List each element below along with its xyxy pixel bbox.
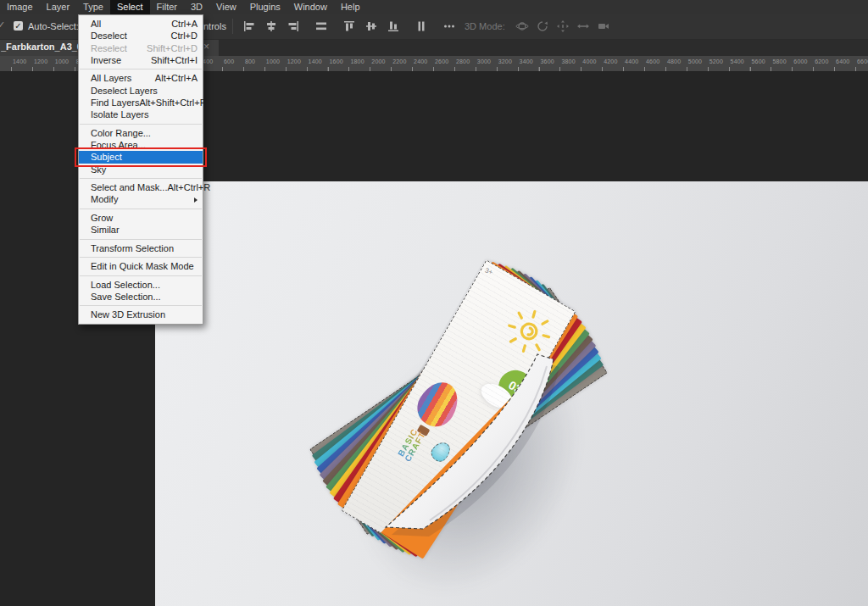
menu-item-edit-in-quick-mask-mode[interactable]: Edit in Quick Mask Mode bbox=[79, 260, 203, 272]
slide-3d-icon[interactable] bbox=[576, 19, 590, 33]
ruler-tick bbox=[834, 67, 835, 71]
menu-item-sky[interactable]: Sky bbox=[79, 164, 203, 175]
menu-item-label: Deselect Layers bbox=[91, 85, 158, 97]
menu-item-label: Grow bbox=[91, 212, 113, 224]
ruler-label: 1600 bbox=[330, 58, 343, 64]
menubar-item-type[interactable]: Type bbox=[76, 0, 110, 14]
ruler-tick bbox=[813, 67, 814, 71]
menu-separator bbox=[80, 69, 202, 69]
ruler-tick bbox=[433, 67, 434, 71]
ruler-tick bbox=[644, 67, 645, 71]
menu-item-label: Color Range... bbox=[91, 127, 151, 139]
menubar-item-select[interactable]: Select bbox=[110, 0, 150, 14]
ruler-label: 6400 bbox=[836, 58, 849, 64]
icon-group bbox=[314, 19, 328, 33]
align-middle-v-icon[interactable] bbox=[364, 19, 378, 33]
menu-item-modify[interactable]: Modify bbox=[79, 193, 203, 205]
menubar-item-view[interactable]: View bbox=[209, 0, 243, 14]
ruler-tick bbox=[792, 67, 793, 71]
ruler-label: 3800 bbox=[561, 58, 575, 64]
ruler-label: 4200 bbox=[604, 58, 617, 64]
ruler-label: 4400 bbox=[625, 58, 638, 64]
ruler-label: 6000 bbox=[793, 58, 807, 64]
menubar-item-layer[interactable]: Layer bbox=[40, 0, 77, 14]
menu-item-label: Inverse bbox=[91, 54, 121, 66]
ruler-label: 3600 bbox=[541, 58, 554, 64]
menu-item-label: Deselect bbox=[91, 30, 127, 42]
menu-item-label: Isolate Layers bbox=[91, 108, 148, 120]
separator bbox=[232, 19, 233, 34]
ruler-label: 5600 bbox=[752, 58, 765, 64]
align-center-h-icon[interactable] bbox=[264, 19, 278, 33]
menu-item-isolate-layers[interactable]: Isolate Layers bbox=[79, 108, 203, 120]
menu-item-inverse[interactable]: InverseShift+Ctrl+I bbox=[79, 54, 203, 66]
camera-3d-icon[interactable] bbox=[597, 19, 610, 33]
menu-item-all[interactable]: AllCtrl+A bbox=[79, 18, 203, 30]
menu-item-shortcut: Ctrl+D bbox=[171, 30, 198, 42]
align-spread-icon[interactable] bbox=[314, 19, 328, 33]
distribute-v-icon[interactable] bbox=[415, 19, 428, 33]
roll-3d-icon[interactable] bbox=[536, 19, 549, 33]
menu-separator bbox=[80, 239, 202, 240]
auto-select-label: Auto-Select: bbox=[28, 21, 79, 31]
menu-item-subject[interactable]: Subject bbox=[79, 151, 203, 163]
ruler-tick bbox=[328, 67, 329, 71]
ruler-label: 400 bbox=[203, 58, 213, 64]
pan-3d-icon[interactable] bbox=[556, 19, 570, 33]
ruler-tick bbox=[454, 67, 455, 71]
ruler-tick bbox=[370, 67, 370, 71]
menubar-item-help[interactable]: Help bbox=[334, 0, 367, 14]
menu-item-label: All bbox=[91, 18, 101, 30]
menubar-item-image[interactable]: Image bbox=[0, 0, 40, 14]
menu-item-focus-area[interactable]: Focus Area... bbox=[79, 139, 203, 151]
menu-item-label: Select and Mask... bbox=[91, 181, 168, 193]
menu-item-save-selection[interactable]: Save Selection... bbox=[79, 291, 203, 303]
ruler-label: 2600 bbox=[435, 58, 448, 64]
ruler-tick bbox=[222, 67, 223, 71]
menubar-item-filter[interactable]: Filter bbox=[150, 0, 184, 14]
menu-item-reselect[interactable]: ReselectShift+Ctrl+D bbox=[79, 42, 203, 54]
menubar-item-window[interactable]: Window bbox=[287, 0, 334, 14]
menu-item-shortcut: Alt+Ctrl+A bbox=[155, 72, 198, 84]
menu-item-label: Subject bbox=[91, 151, 122, 163]
canvas-photo[interactable]: 3+ 03 BASIC CRAFT bbox=[155, 181, 868, 606]
menu-item-label: All Layers bbox=[91, 72, 131, 84]
orbit-3d-icon[interactable] bbox=[515, 19, 529, 33]
menu-item-new-3d-extrusion[interactable]: New 3D Extrusion bbox=[79, 309, 203, 320]
align-bottom-icon[interactable] bbox=[387, 19, 400, 33]
ruler-tick bbox=[518, 67, 519, 71]
menu-item-select-and-mask[interactable]: Select and Mask...Alt+Ctrl+R bbox=[79, 181, 203, 193]
menu-item-label: New 3D Extrusion bbox=[91, 309, 165, 320]
auto-select-checkbox[interactable]: ✓ bbox=[14, 21, 23, 31]
show-transform-controls-label: ntrols bbox=[203, 21, 226, 31]
ruler-label: 1400 bbox=[309, 58, 322, 64]
menu-item-deselect-layers[interactable]: Deselect Layers bbox=[79, 85, 203, 97]
more-options-icon[interactable] bbox=[442, 19, 456, 33]
ruler-tick bbox=[264, 67, 265, 71]
submenu-arrow-icon bbox=[194, 197, 198, 203]
menu-item-all-layers[interactable]: All LayersAlt+Ctrl+A bbox=[79, 72, 203, 84]
ruler-tick bbox=[665, 67, 666, 71]
tab-close-icon[interactable]: × bbox=[203, 41, 209, 53]
menu-item-color-range[interactable]: Color Range... bbox=[79, 127, 203, 139]
menu-item-transform-selection[interactable]: Transform Selection bbox=[79, 242, 203, 254]
ruler-tick bbox=[750, 67, 751, 71]
menu-item-deselect[interactable]: DeselectCtrl+D bbox=[79, 30, 203, 42]
menubar-item-plugins[interactable]: Plugins bbox=[243, 0, 287, 14]
align-right-icon[interactable] bbox=[287, 19, 300, 33]
menubar-item-3d[interactable]: 3D bbox=[184, 0, 209, 14]
menu-item-similar[interactable]: Similar bbox=[79, 224, 203, 236]
ruler-label: 800 bbox=[245, 58, 255, 64]
menu-separator bbox=[80, 275, 202, 276]
align-left-icon[interactable] bbox=[242, 19, 256, 33]
menu-item-shortcut: Ctrl+A bbox=[171, 18, 198, 30]
menu-item-grow[interactable]: Grow bbox=[79, 212, 203, 224]
menu-item-load-selection[interactable]: Load Selection... bbox=[79, 279, 203, 291]
menu-separator bbox=[80, 124, 202, 125]
align-top-icon[interactable] bbox=[342, 19, 356, 33]
ruler-label: 3400 bbox=[520, 58, 533, 64]
menu-item-find-layers[interactable]: Find LayersAlt+Shift+Ctrl+F bbox=[79, 97, 203, 108]
menubar: ImageLayerTypeSelectFilter3DViewPluginsW… bbox=[0, 0, 868, 14]
ruler-label: 1400 bbox=[13, 58, 26, 64]
ruler-label: 4600 bbox=[646, 58, 659, 64]
